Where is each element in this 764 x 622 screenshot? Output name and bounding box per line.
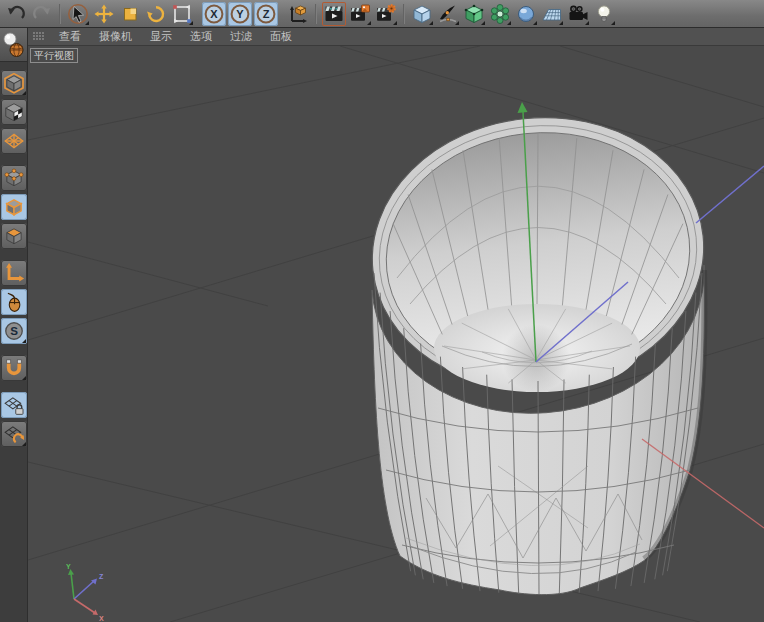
- texture-mode-button[interactable]: [1, 99, 27, 125]
- x-axis-icon: X: [203, 3, 225, 25]
- viewport-solo-button[interactable]: [1, 289, 27, 315]
- render-settings-button[interactable]: [374, 2, 398, 26]
- axis-gizmo: Y Z X: [66, 563, 104, 622]
- menu-view[interactable]: 查看: [50, 28, 90, 45]
- menu-filter[interactable]: 过滤: [221, 28, 261, 45]
- viewport-canvas[interactable]: Y Z X: [28, 46, 764, 622]
- menu-grip-icon[interactable]: [32, 31, 44, 43]
- submenu-triangle: [22, 91, 26, 95]
- move-icon: [94, 4, 114, 24]
- add-metaball-button[interactable]: [514, 2, 538, 26]
- scale-tool-button[interactable]: [118, 2, 142, 26]
- mode-sidebar: S: [0, 62, 28, 622]
- viewport-menu-button[interactable]: [0, 28, 28, 62]
- submenu-triangle: [585, 21, 589, 25]
- points-mode-button[interactable]: [1, 165, 27, 191]
- polygons-mode-icon: [3, 225, 25, 247]
- lock-workplane-button[interactable]: [1, 392, 27, 418]
- magnet-tool-button[interactable]: [1, 355, 27, 381]
- add-cube-button[interactable]: [410, 2, 434, 26]
- undo-button[interactable]: [4, 2, 28, 26]
- submenu-triangle: [189, 21, 193, 25]
- points-mode-icon: [3, 167, 25, 189]
- axis-mode-button[interactable]: [1, 260, 27, 286]
- axis-z-lock-button[interactable]: Z: [254, 2, 278, 26]
- submenu-triangle: [22, 442, 26, 446]
- render-view-button[interactable]: [322, 2, 346, 26]
- model-mode-button[interactable]: [1, 70, 27, 96]
- workplane-mode-button[interactable]: [1, 128, 27, 154]
- submenu-triangle: [429, 21, 433, 25]
- mouse-icon: [3, 291, 25, 313]
- submenu-triangle: [85, 21, 89, 25]
- render-clapperboard-icon: [323, 3, 345, 25]
- rotate-icon: [146, 4, 166, 24]
- menu-options[interactable]: 选项: [181, 28, 221, 45]
- edges-mode-icon: [3, 196, 25, 218]
- undo-icon: [6, 4, 26, 24]
- submenu-triangle: [533, 21, 537, 25]
- toolbar-separator: [403, 4, 405, 24]
- main-toolbar: X Y Z: [0, 0, 764, 28]
- move-tool-button[interactable]: [92, 2, 116, 26]
- menu-camera[interactable]: 摄像机: [90, 28, 141, 45]
- render-picture-viewer-button[interactable]: [348, 2, 372, 26]
- redo-button[interactable]: [30, 2, 54, 26]
- toolbar-separator: [315, 4, 317, 24]
- svg-text:Z: Z: [263, 8, 270, 20]
- submenu-triangle: [481, 21, 485, 25]
- view-label: 平行视图: [30, 48, 78, 63]
- scale-icon: [120, 4, 140, 24]
- svg-text:Y: Y: [236, 8, 244, 20]
- coordinate-system-button[interactable]: [286, 2, 310, 26]
- toolbar-separator: [59, 4, 61, 24]
- last-used-tool-button[interactable]: [170, 2, 194, 26]
- workplane-grid-icon: [3, 130, 25, 152]
- cinema4d-window: X Y Z: [0, 0, 764, 622]
- gizmo-z-label: Z: [99, 573, 104, 580]
- y-axis-icon: Y: [229, 3, 251, 25]
- svg-text:X: X: [210, 8, 218, 20]
- submenu-triangle: [559, 21, 563, 25]
- rotate-workplane-button[interactable]: [1, 421, 27, 447]
- menu-panel[interactable]: 面板: [261, 28, 301, 45]
- axis-y-lock-button[interactable]: Y: [228, 2, 252, 26]
- submenu-triangle: [507, 21, 511, 25]
- submenu-triangle: [367, 21, 371, 25]
- add-light-button[interactable]: [592, 2, 616, 26]
- submenu-triangle: [611, 21, 615, 25]
- add-environment-button[interactable]: [540, 2, 564, 26]
- submenu-triangle: [393, 21, 397, 25]
- edges-mode-button[interactable]: [1, 194, 27, 220]
- submenu-triangle: [22, 339, 26, 343]
- svg-text:S: S: [10, 325, 18, 337]
- axis-x-lock-button[interactable]: X: [202, 2, 226, 26]
- viewport-panel: 平行视图: [28, 46, 764, 622]
- z-axis-icon: Z: [255, 3, 277, 25]
- polygons-mode-button[interactable]: [1, 223, 27, 249]
- live-selection-button[interactable]: [66, 2, 90, 26]
- redo-icon: [32, 4, 52, 24]
- submenu-triangle: [455, 21, 459, 25]
- submenu-triangle: [22, 376, 26, 380]
- enable-snap-button[interactable]: S: [1, 318, 27, 344]
- viewport-menubar: 查看 摄像机 显示 选项 过滤 面板: [28, 28, 764, 46]
- draw-spline-button[interactable]: [436, 2, 460, 26]
- coordinate-axes-icon: [287, 3, 309, 25]
- gizmo-y-label: Y: [66, 563, 71, 570]
- lock-workplane-icon: [3, 394, 25, 416]
- menu-display[interactable]: 显示: [141, 28, 181, 45]
- axis-l-icon: [3, 262, 25, 284]
- viewport-globe-icon: [2, 30, 26, 60]
- gizmo-x-label: X: [99, 615, 104, 622]
- texture-mode-icon: [3, 101, 25, 123]
- add-subdivision-surface-button[interactable]: [462, 2, 486, 26]
- rotate-tool-button[interactable]: [144, 2, 168, 26]
- add-camera-button[interactable]: [566, 2, 590, 26]
- cup-model[interactable]: [359, 101, 717, 594]
- add-deformer-button[interactable]: [488, 2, 512, 26]
